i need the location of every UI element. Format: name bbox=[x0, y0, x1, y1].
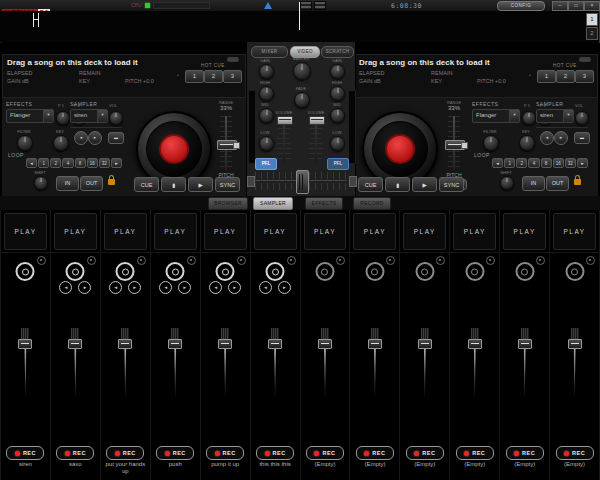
tab-browser[interactable]: BROWSER bbox=[208, 197, 248, 210]
deck-options-button[interactable] bbox=[579, 57, 591, 62]
sample-next-button[interactable]: ► bbox=[228, 281, 241, 294]
sample-next-button[interactable]: ► bbox=[78, 281, 91, 294]
deck2-indicator-button[interactable]: 2 bbox=[586, 27, 598, 40]
fader-handle[interactable] bbox=[368, 339, 382, 349]
sample-prev-button[interactable]: ◄ bbox=[109, 281, 122, 294]
sample-select[interactable]: siren ▼ bbox=[536, 109, 574, 123]
filter-knob[interactable] bbox=[17, 135, 33, 151]
crossfader-handle[interactable] bbox=[296, 170, 309, 194]
sample-rec-button[interactable]: REC bbox=[106, 446, 144, 460]
sample-prev-button[interactable]: ◄ bbox=[209, 281, 222, 294]
sync-button[interactable]: SYNC bbox=[215, 177, 240, 192]
pitch-zero-button[interactable] bbox=[233, 142, 240, 149]
fader-handle[interactable] bbox=[218, 339, 232, 349]
gain-knob-left[interactable] bbox=[259, 64, 274, 79]
loop-1-button[interactable]: 1 bbox=[38, 158, 49, 168]
sample-volume-fader[interactable] bbox=[218, 328, 232, 400]
sample-volume-fader[interactable] bbox=[18, 328, 32, 400]
sampler-volume-knob[interactable] bbox=[109, 111, 123, 125]
hotcue1-button[interactable]: 1 bbox=[185, 70, 204, 83]
sync-button[interactable]: SYNC bbox=[439, 177, 464, 192]
sample-volume-fader[interactable] bbox=[418, 328, 432, 400]
loop-2-button[interactable]: 2 bbox=[50, 158, 61, 168]
pitch-zero-button[interactable] bbox=[461, 142, 468, 149]
sample-loop-knob[interactable] bbox=[116, 262, 135, 281]
pause-button[interactable]: ▮ bbox=[161, 177, 186, 192]
loop-4-button[interactable]: 4 bbox=[528, 158, 539, 168]
hotcue3-button[interactable]: 3 bbox=[223, 70, 242, 83]
smart-lock-icon[interactable] bbox=[574, 179, 581, 185]
pfl-button-left[interactable]: PFL bbox=[255, 158, 277, 170]
key-knob[interactable] bbox=[53, 135, 69, 151]
sample-play-button[interactable]: PLAY bbox=[254, 213, 297, 250]
crossfader[interactable] bbox=[255, 170, 347, 192]
sample-rec-button[interactable]: REC bbox=[256, 446, 294, 460]
effect-param1-knob[interactable] bbox=[522, 111, 536, 125]
effect-select[interactable]: Flanger ▼ bbox=[6, 109, 54, 123]
loop-8-button[interactable]: 8 bbox=[541, 158, 552, 168]
loop-in-button[interactable]: IN bbox=[522, 176, 545, 191]
scratch-panel-button[interactable]: SCRATCH bbox=[321, 46, 354, 58]
high-knob-right[interactable] bbox=[330, 86, 345, 101]
sample-loop-knob[interactable] bbox=[16, 262, 35, 281]
play-button[interactable]: ▶ bbox=[188, 177, 213, 192]
sample-next-button[interactable]: ► bbox=[128, 281, 141, 294]
jog-wheel[interactable] bbox=[136, 111, 212, 187]
hotcue3-button[interactable]: 3 bbox=[575, 70, 594, 83]
sample-play-button[interactable]: PLAY bbox=[54, 213, 97, 250]
fader-handle[interactable] bbox=[568, 339, 582, 349]
loop-1-button[interactable]: 1 bbox=[504, 158, 515, 168]
sample-loop-knob[interactable] bbox=[266, 262, 285, 281]
pitch-range-value[interactable]: 33% bbox=[442, 105, 466, 111]
pause-button[interactable]: ▮ bbox=[385, 177, 410, 192]
sample-volume-fader[interactable] bbox=[168, 328, 182, 400]
sample-play-button[interactable]: PLAY bbox=[553, 213, 596, 250]
crossfader-right-button[interactable] bbox=[349, 176, 357, 187]
fader-handle[interactable] bbox=[68, 339, 82, 349]
sample-prev-button[interactable]: ◄ bbox=[74, 131, 88, 145]
tab-record[interactable]: RECORD bbox=[353, 197, 391, 210]
loop-8-button[interactable]: 8 bbox=[75, 158, 86, 168]
crossfader-left-button[interactable] bbox=[247, 176, 255, 187]
sample-loop-knob[interactable] bbox=[315, 262, 334, 281]
sample-volume-fader[interactable] bbox=[468, 328, 482, 400]
effect-param1-knob[interactable] bbox=[56, 111, 70, 125]
sample-next-button[interactable]: ► bbox=[278, 281, 291, 294]
loop-out-button[interactable]: OUT bbox=[546, 176, 569, 191]
fader-handle[interactable] bbox=[518, 339, 532, 349]
sample-volume-fader[interactable] bbox=[118, 328, 132, 400]
volume-fader-right[interactable] bbox=[309, 116, 325, 125]
drop-zone-text[interactable]: Drag a song on this deck to load it bbox=[7, 58, 138, 67]
gain-knob-right[interactable] bbox=[330, 64, 345, 79]
loop-next-button[interactable]: ► bbox=[111, 158, 122, 168]
loop-in-button[interactable]: IN bbox=[56, 176, 79, 191]
sample-prev-button[interactable]: ◄ bbox=[159, 281, 172, 294]
sample-prev-button[interactable]: ◄ bbox=[259, 281, 272, 294]
fader-handle[interactable] bbox=[168, 339, 182, 349]
cue-button[interactable]: CUE bbox=[358, 177, 383, 192]
fader-handle[interactable] bbox=[18, 339, 32, 349]
sample-rec-button[interactable]: REC bbox=[406, 446, 444, 460]
loop-prev-button[interactable]: ◄ bbox=[492, 158, 503, 168]
minimize-button[interactable]: – bbox=[552, 1, 568, 11]
sample-rec-button[interactable]: REC bbox=[156, 446, 194, 460]
sample-play-button[interactable]: PLAY bbox=[353, 213, 396, 250]
sample-play-button[interactable]: PLAY bbox=[104, 213, 147, 250]
sample-next-button[interactable]: ► bbox=[178, 281, 191, 294]
fader-handle[interactable] bbox=[318, 339, 332, 349]
sample-play-button[interactable]: PLAY bbox=[304, 213, 347, 250]
deck-options-button[interactable] bbox=[227, 57, 239, 62]
sample-loop-knob[interactable] bbox=[216, 262, 235, 281]
master-knob[interactable] bbox=[293, 62, 311, 80]
sample-loop-knob[interactable] bbox=[66, 262, 85, 281]
sample-rec-button[interactable]: REC bbox=[306, 446, 344, 460]
loop-shift-knob[interactable] bbox=[500, 176, 514, 190]
loop-4-button[interactable]: 4 bbox=[62, 158, 73, 168]
low-knob-left[interactable] bbox=[259, 136, 274, 151]
sample-volume-fader[interactable] bbox=[268, 328, 282, 400]
sample-volume-fader[interactable] bbox=[518, 328, 532, 400]
fader-handle[interactable] bbox=[468, 339, 482, 349]
key-knob[interactable] bbox=[519, 135, 535, 151]
fade-knob[interactable] bbox=[294, 92, 310, 108]
config-button[interactable]: CONFIG bbox=[497, 1, 545, 11]
